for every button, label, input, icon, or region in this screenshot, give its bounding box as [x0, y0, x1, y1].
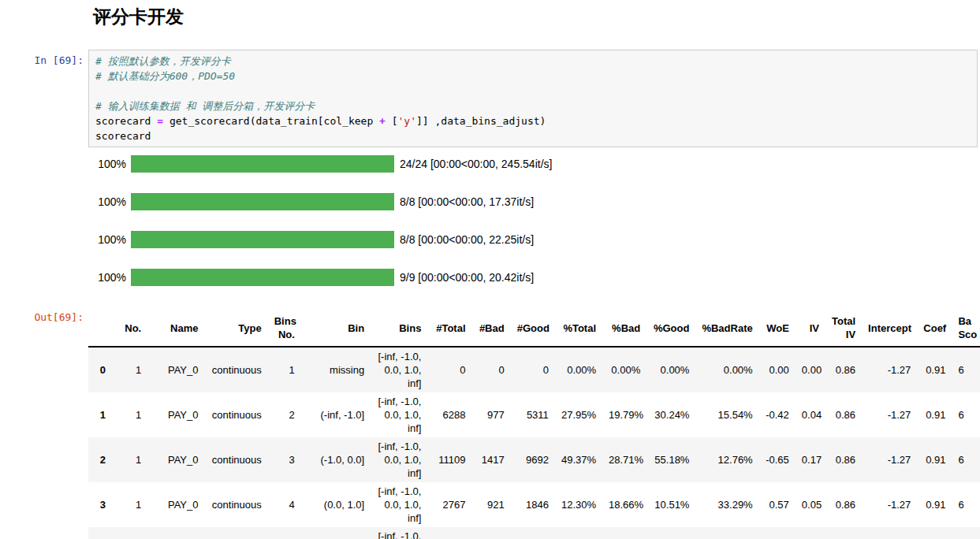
progress-stats: 8/8 [00:00<00:00, 22.25it/s]: [400, 233, 534, 246]
column-header: Total IV: [825, 310, 862, 347]
table-cell: 18.66%: [602, 482, 647, 527]
table-cell: 1: [112, 437, 147, 482]
table-cell: 0.00: [796, 347, 825, 392]
progress-bar-row: 100%8/8 [00:00<00:00, 22.25it/s]: [88, 231, 980, 248]
table-cell: 33.29%: [695, 482, 758, 527]
table-cell: [-inf, -1.0, 0.0, 1.0, inf]: [371, 437, 427, 482]
code-editor[interactable]: # 按照默认参数，开发评分卡# 默认基础分为600，PDO=50# 输入训练集数…: [88, 50, 978, 147]
table-cell: 1: [112, 392, 147, 437]
code-token-plain: [: [386, 115, 398, 127]
progress-bar-row: 100%9/9 [00:00<00:00, 20.42it/s]: [88, 269, 980, 286]
output-prompt: Out[69]:: [0, 307, 84, 324]
table-cell: 30.24%: [647, 392, 695, 437]
table-cell: (-inf, -1.0]: [301, 392, 371, 437]
progress-percent: 100%: [88, 158, 126, 170]
code-token-comment: # 按照默认参数，开发评分卡: [95, 55, 231, 67]
table-cell: 0: [511, 347, 555, 392]
table-cell: 6: [952, 482, 980, 527]
table-cell: 6: [952, 437, 980, 482]
table-cell: 4: [268, 482, 301, 527]
table-cell: 0.86: [825, 437, 862, 482]
code-line: # 默认基础分为600，PDO=50: [95, 69, 974, 84]
table-cell: 3: [268, 437, 301, 482]
scorecard-table: No.NameTypeBins No.BinBins#Total#Bad#Goo…: [88, 310, 980, 539]
table-cell: [-inf, -1.0, 0.0, 1.0, inf]: [371, 482, 427, 527]
progress-bar-fill: [131, 193, 394, 210]
header-row: No.NameTypeBins No.BinBins#Total#Bad#Goo…: [88, 310, 980, 347]
column-header: %BadRate: [695, 310, 758, 347]
column-header: %Good: [647, 310, 695, 347]
table-cell: 921: [472, 482, 511, 527]
table-cell: 0.86: [825, 347, 862, 392]
column-header: No.: [112, 310, 147, 347]
table-cell: 0.00%: [647, 347, 695, 392]
table-cell: PAY_0: [147, 437, 204, 482]
code-cell: In [69]: # 按照默认参数，开发评分卡# 默认基础分为600，PDO=5…: [0, 50, 980, 147]
table-cell: [511, 527, 555, 539]
table-cell: 0.00%: [602, 347, 647, 392]
progress-bar: [131, 231, 394, 248]
column-header: WoE: [759, 310, 796, 347]
table-cell: 55.18%: [647, 437, 695, 482]
table-cell: 0.86: [825, 392, 862, 437]
table-cell: 0: [427, 347, 471, 392]
table-cell: [825, 527, 862, 539]
code-token-plain: ]] ,data_bins_adjust): [416, 115, 546, 127]
column-header: Type: [204, 310, 267, 347]
code-token-comment: # 输入训练集数据 和 调整后分箱，开发评分卡: [95, 100, 315, 112]
code-token-operator: +: [379, 115, 386, 127]
table-cell: [647, 527, 695, 539]
column-header: [88, 310, 112, 347]
output-cell: Out[69]: No.NameTypeBins No.BinBins#Tota…: [0, 307, 980, 539]
table-row: 01PAY_0continuous1missing[-inf, -1.0, 0.…: [88, 347, 980, 392]
notebook-page: 评分卡开发 In [69]: # 按照默认参数，开发评分卡# 默认基础分为600…: [0, 6, 980, 539]
code-token-plain: scorecard: [95, 130, 151, 142]
table-cell: 28.71%: [602, 437, 647, 482]
progress-bar-fill: [131, 269, 394, 286]
table-row: [-inf, -1.0, 0.0, 1.0, inf]: [88, 527, 980, 539]
column-header: Name: [147, 310, 204, 347]
table-cell: [-inf, -1.0, 0.0, 1.0, inf]: [371, 347, 427, 392]
table-cell: [268, 527, 301, 539]
column-header: Bins No.: [268, 310, 301, 347]
table-cell: 0.86: [825, 482, 862, 527]
table-cell: continuous: [204, 437, 267, 482]
table-cell: -1.27: [862, 437, 917, 482]
progress-percent: 100%: [88, 195, 126, 208]
table-cell: -1.27: [862, 482, 917, 527]
table-cell: 15.54%: [695, 392, 758, 437]
table-cell: 1: [112, 347, 147, 392]
column-header: IV: [796, 310, 825, 347]
table-cell: [-inf, -1.0, 0.0, 1.0, inf]: [371, 392, 427, 437]
progress-bar-row: 100%24/24 [00:00<00:00, 245.54it/s]: [88, 155, 980, 173]
output-area: No.NameTypeBins No.BinBins#Total#Bad#Goo…: [88, 307, 980, 539]
table-cell: [-inf, -1.0, 0.0, 1.0, inf]: [371, 527, 427, 539]
table-cell: 0: [472, 347, 511, 392]
column-header: Bin: [301, 310, 371, 347]
progress-percent: 100%: [88, 233, 126, 246]
progress-bar: [131, 269, 394, 286]
code-line: # 输入训练集数据 和 调整后分箱，开发评分卡: [95, 99, 974, 113]
table-cell: 0.17: [796, 437, 825, 482]
column-header: Bins: [371, 310, 427, 347]
table-cell: 0.00%: [695, 347, 758, 392]
progress-stats: 9/9 [00:00<00:00, 20.42it/s]: [400, 271, 534, 284]
progress-percent: 100%: [88, 271, 126, 284]
table-cell: 0.00: [759, 347, 796, 392]
table-cell: 2: [268, 392, 301, 437]
table-cell: [472, 527, 511, 539]
row-index: 3: [88, 482, 112, 527]
table-row: 31PAY_0continuous4(0.0, 1.0][-inf, -1.0,…: [88, 482, 980, 527]
table-cell: [147, 527, 204, 539]
table-cell: 6: [952, 347, 980, 392]
table-cell: continuous: [204, 482, 267, 527]
table-cell: (-1.0, 0.0]: [301, 437, 371, 482]
table-cell: [555, 527, 602, 539]
code-token-plain: get_scorecard(data_train[col_keep: [163, 115, 379, 127]
progress-stats: 8/8 [00:00<00:00, 17.37it/s]: [400, 195, 534, 208]
table-cell: continuous: [204, 347, 267, 392]
progress-bar: [131, 193, 394, 210]
table-cell: 0.57: [759, 482, 796, 527]
column-header: Ba Sco: [952, 310, 980, 347]
table-cell: 6: [952, 392, 980, 437]
